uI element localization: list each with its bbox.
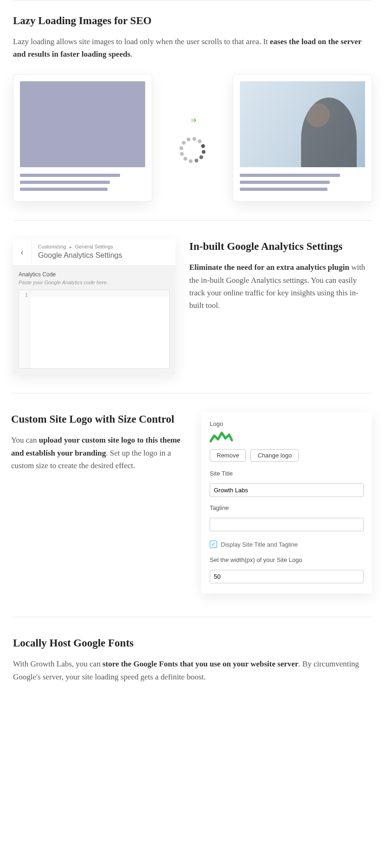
tagline-label: Tagline xyxy=(210,504,364,511)
chevrons-icon: ››› xyxy=(190,114,195,124)
spinner-icon xyxy=(181,138,204,162)
logo-panel-mock: Logo Remove Change logo Site Title Tagli… xyxy=(201,412,372,594)
analytics-code-editor[interactable]: 1 xyxy=(19,290,170,369)
loaded-card xyxy=(233,74,372,202)
lazy-loading-body: Lazy loading allows site images to load … xyxy=(13,35,372,60)
placeholder-line xyxy=(20,188,108,191)
transition-indicator: ››› xyxy=(158,114,227,162)
breadcrumb-leaf: General Settings xyxy=(75,244,113,249)
section-analytics: ‹ Customizing ▸ General Settings Google … xyxy=(13,221,372,393)
lazy-loading-body-post: . xyxy=(130,50,132,59)
logo-width-label: Set the width(px) of your Site Logo xyxy=(210,556,364,563)
tagline-input[interactable] xyxy=(210,518,364,531)
analytics-panel-mock: ‹ Customizing ▸ General Settings Google … xyxy=(13,239,175,374)
lazy-loading-body-pre: Lazy loading allows site images to load … xyxy=(13,37,270,46)
section-fonts: Locally Host Google Fonts With Growth La… xyxy=(13,617,372,711)
fonts-body: With Growth Labs, you can store the Goog… xyxy=(13,658,372,683)
site-title-label: Site Title xyxy=(210,470,364,477)
placeholder-line xyxy=(20,174,120,177)
back-icon[interactable]: ‹ xyxy=(13,239,32,265)
site-title-input[interactable] xyxy=(210,483,364,497)
loaded-line xyxy=(240,188,327,191)
display-title-checkbox-row[interactable]: ✓ Display Site Title and Tagline xyxy=(210,541,364,548)
analytics-panel-title: Google Analytics Settings xyxy=(38,251,169,260)
fonts-body-pre: With Growth Labs, you can xyxy=(13,659,103,668)
checkbox-checked-icon[interactable]: ✓ xyxy=(210,541,217,548)
loaded-lines xyxy=(240,174,365,191)
display-title-checkbox-label: Display Site Title and Tagline xyxy=(221,541,298,548)
breadcrumb-root: Customizing xyxy=(38,244,66,249)
remove-logo-button[interactable]: Remove xyxy=(210,449,246,462)
logo-heading: Custom Site Logo with Size Control xyxy=(11,412,187,426)
section-lazy-loading: Lazy Loading Images for SEO Lazy loading… xyxy=(13,0,372,220)
breadcrumb-sep-icon: ▸ xyxy=(70,245,72,249)
analytics-body: Eliminate the need for an extra analytic… xyxy=(189,261,372,312)
fonts-body-bold: store the Google Fonts that you use on y… xyxy=(103,659,298,668)
analytics-panel-body: Analytics Code Paste your Google Analyti… xyxy=(13,266,175,374)
analytics-field-label: Analytics Code xyxy=(19,271,170,278)
analytics-breadcrumb: Customizing ▸ General Settings xyxy=(38,244,169,249)
lazy-loading-illustration: ››› xyxy=(13,74,372,202)
analytics-field-hint: Paste your Google Analytics code here. xyxy=(19,280,170,285)
placeholder-image xyxy=(20,81,145,167)
analytics-panel-header: ‹ Customizing ▸ General Settings Google … xyxy=(13,239,175,266)
analytics-body-bold: Eliminate the need for an extra analytic… xyxy=(189,263,349,272)
editor-gutter: 1 xyxy=(19,290,30,368)
section-logo: Custom Site Logo with Size Control You c… xyxy=(11,393,372,617)
change-logo-button[interactable]: Change logo xyxy=(250,449,299,462)
logo-label: Logo xyxy=(210,420,364,427)
fonts-heading: Locally Host Google Fonts xyxy=(13,636,372,650)
loaded-image xyxy=(240,81,365,167)
editor-code-area[interactable] xyxy=(30,290,169,368)
placeholder-lines xyxy=(20,174,145,191)
loaded-line xyxy=(240,174,340,177)
logo-preview-icon xyxy=(210,431,364,444)
placeholder-card xyxy=(13,74,152,202)
analytics-heading: In-built Google Analytics Settings xyxy=(189,239,372,254)
placeholder-line xyxy=(20,181,110,184)
logo-body-pre: You can xyxy=(11,436,39,444)
logo-width-input[interactable] xyxy=(210,570,364,583)
loaded-line xyxy=(240,181,330,184)
lazy-loading-heading: Lazy Loading Images for SEO xyxy=(13,13,372,28)
logo-body: You can upload your custom site logo to … xyxy=(11,434,187,472)
